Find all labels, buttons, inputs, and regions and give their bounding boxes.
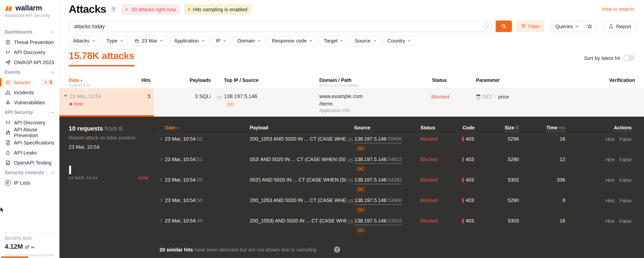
export-icon	[608, 24, 614, 29]
hit-row[interactable]: 23 Mar, 10:54:52 200_1053 AND 5020 IN ..…	[60, 136, 644, 156]
datacenter-tag[interactable]: DC	[356, 145, 366, 152]
sidebar-item-api-specifications[interactable]: API Specifications	[0, 138, 59, 148]
false-link[interactable]: False	[619, 177, 632, 183]
hit-row[interactable]: 23 Mar, 10:54:49 200_1053) AND 5020 IN .…	[60, 218, 644, 238]
shield-bolt-icon	[5, 39, 11, 45]
datacenter-tag[interactable]: DC	[356, 227, 366, 233]
wallarm-logo[interactable]: wallarm	[0, 0, 59, 12]
help-icon[interactable]: ?	[110, 6, 117, 13]
favorite-star-button[interactable]	[584, 21, 596, 32]
hit-source-ip[interactable]: 138.197.5.146:53402	[354, 218, 402, 225]
sidebar-item-incidents[interactable]: Incidents	[0, 87, 59, 97]
collapse-chevron-icon[interactable]	[64, 94, 68, 97]
sidebar-item-openapi-testing[interactable]: OpenAPI Testing	[0, 158, 59, 168]
hit-source-ip[interactable]: 138.197.5.146:54922	[354, 156, 402, 164]
sidebar-item-api-abuse-prevention[interactable]: API Abuse Prevention	[0, 128, 59, 138]
how-to-search-link[interactable]: How to search	[602, 6, 634, 12]
sidebar-item-ip-lists[interactable]: IP IP Lists	[0, 178, 59, 188]
false-link[interactable]: False	[619, 157, 632, 162]
col-size[interactable]: Size B	[504, 125, 519, 132]
country-label[interactable]: US	[348, 198, 353, 203]
chevron-down-icon	[51, 172, 54, 174]
hit-row[interactable]: 23 Mar, 10:54:50 053') AND 5020 IN ... C…	[60, 177, 644, 197]
hit-source-ip[interactable]: 138.197.5.146:54382	[354, 177, 402, 184]
expand-chevron-icon[interactable]	[160, 218, 162, 223]
hint-link[interactable]: Hint	[606, 198, 614, 204]
col-duration: DURATION	[69, 84, 90, 88]
datacenter-tag[interactable]: DC	[356, 207, 366, 213]
hint-link[interactable]: Hint	[606, 218, 614, 224]
sampling-badge: Hits sampling is enabled	[184, 4, 251, 14]
section-events[interactable]: Events	[0, 67, 59, 77]
sidebar-item-vulnerabilities[interactable]: Vulnerabilities	[0, 97, 59, 107]
col-date[interactable]: Date ▾	[69, 78, 82, 83]
col-time[interactable]: Time ms	[546, 125, 565, 132]
hint-link[interactable]: Hint	[606, 157, 614, 162]
datacenter-tag[interactable]: DC	[356, 166, 366, 172]
country-label[interactable]: US	[348, 178, 353, 183]
sidebar-item-api-discovery-2[interactable]: API Discovery	[0, 118, 59, 128]
chevron-down-icon	[408, 40, 411, 42]
filter-chip-attacks[interactable]: Attacks	[69, 36, 100, 46]
attack-row-active-bar	[60, 115, 154, 117]
expand-chevron-icon[interactable]	[160, 198, 162, 202]
filter-chip-ip[interactable]: IP	[212, 36, 231, 46]
search-button[interactable]	[496, 20, 512, 32]
sidebar-item-api-discovery[interactable]: API Discovery	[0, 47, 59, 57]
filter-chip-response-code[interactable]: Response code	[268, 36, 317, 46]
attack-row-expanded[interactable]: 23 Mar, 10:54 now 5 3 SQLi US 138.197.5.…	[60, 88, 644, 117]
filter-chip-application[interactable]: Application	[170, 36, 209, 46]
col-application-name: APPLICATION NAME	[319, 84, 359, 88]
col-date[interactable]: Date ▾	[165, 125, 178, 130]
hit-payload: 200_1053 AND 5020 IN ... CT (CASE WHEN..…	[250, 136, 346, 142]
false-link[interactable]: False	[619, 198, 632, 204]
sidebar-item-api-leaks[interactable]: API Leaks	[0, 148, 59, 158]
attack-top-ip[interactable]: 138.197.5.146	[224, 94, 257, 99]
sidebar-item-attacks[interactable]: Attacks 5	[0, 77, 59, 87]
country-label[interactable]: US	[348, 137, 353, 142]
false-link[interactable]: False	[619, 218, 632, 224]
requests-summary: 10 requests from 8	[69, 125, 122, 132]
country-label[interactable]: US	[348, 157, 353, 162]
expand-chevron-icon[interactable]	[160, 157, 162, 162]
datacenter-tag[interactable]: DC	[356, 186, 366, 192]
help-icon[interactable]: ?	[334, 246, 340, 252]
hit-row[interactable]: 23 Mar, 10:54:50 200_1053 AND 5020 IN ..…	[60, 197, 644, 218]
queries-dropdown[interactable]: Queries	[551, 21, 583, 32]
col-status: Status	[420, 125, 435, 130]
filter-chip-domain[interactable]: Domain	[233, 36, 265, 46]
sidebar-item-threat-prevention[interactable]: Threat Prevention	[0, 37, 59, 47]
filter-chip-country[interactable]: Country	[383, 36, 415, 46]
code-severity-bar	[462, 198, 464, 202]
filter-chip-type[interactable]: Type	[102, 36, 127, 46]
expand-chevron-icon[interactable]	[160, 137, 162, 141]
wallarm-logo-icon	[5, 4, 13, 12]
chevron-down-icon	[120, 40, 123, 42]
section-security-controls[interactable]: Security controls	[0, 168, 59, 178]
sort-toggle[interactable]	[623, 55, 635, 61]
filter-chip-source[interactable]: Source	[350, 36, 380, 46]
false-link[interactable]: False	[619, 136, 632, 142]
filter-chip-date[interactable]: 23 Mar	[130, 36, 167, 46]
filter-button[interactable]: Filter	[516, 20, 544, 32]
sampling-dot-icon	[188, 8, 190, 10]
brand-tagline: Advanced API Security	[0, 12, 59, 18]
filter-chip-target[interactable]: Target	[320, 36, 348, 46]
section-dashboards[interactable]: Dashboards	[0, 27, 59, 37]
hit-source-ip[interactable]: 138.197.5.146:53986	[354, 197, 402, 205]
section-api-security[interactable]: API Security	[0, 107, 59, 118]
datacenter-tag[interactable]: DC	[226, 101, 236, 107]
country-label[interactable]: US	[216, 95, 222, 100]
expand-chevron-icon[interactable]	[160, 178, 162, 182]
search-input[interactable]	[69, 23, 484, 29]
hit-row[interactable]: 23 Mar, 10:54:51 053' AND 5020 IN ... CT…	[60, 156, 644, 176]
hint-link[interactable]: Hint	[606, 177, 614, 183]
col-parameter: Parameter	[476, 78, 500, 83]
col-actions[interactable]: Actions	[614, 125, 632, 132]
col-hits[interactable]: Hits	[142, 78, 150, 83]
country-label[interactable]: US	[348, 218, 353, 224]
hint-link[interactable]: Hint	[606, 136, 614, 142]
report-button[interactable]: Report	[603, 20, 637, 32]
hit-source-ip[interactable]: 138.197.5.146:55696	[354, 136, 402, 143]
sidebar-item-owasp-api-2023[interactable]: OWASP API 2023	[0, 57, 59, 67]
